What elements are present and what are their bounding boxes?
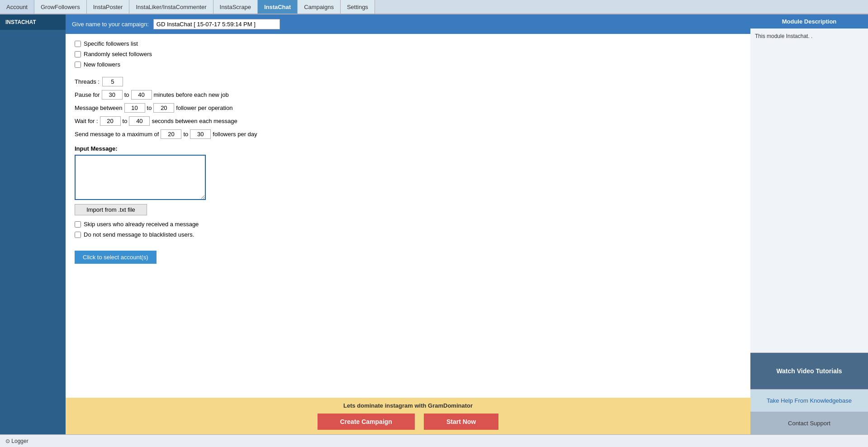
tab-campaigns[interactable]: Campaigns <box>298 0 341 14</box>
pause-to-text: to <box>124 91 129 98</box>
sidebar: INSTACHAT <box>0 14 66 434</box>
campaign-name-input[interactable] <box>153 19 280 29</box>
module-description-box: This module Instachat. . <box>750 29 868 353</box>
wait-for-row: Wait for : to seconds between each messa… <box>75 116 741 126</box>
pause-label: Pause for <box>75 91 100 98</box>
right-panel: Module Description This module Instachat… <box>750 14 868 434</box>
tab-instaliker[interactable]: InstaLiker/InstaCommenter <box>129 0 213 14</box>
checkbox-randomly-select-input[interactable] <box>75 51 81 57</box>
message-textarea[interactable] <box>75 155 206 200</box>
knowledgebase-button[interactable]: Take Help From Knowledgebase <box>750 389 868 412</box>
bottom-tagline: Lets dominate instagram with GramDominat… <box>343 402 473 409</box>
checkbox-blacklist-input[interactable] <box>75 232 81 238</box>
bottom-bar: Lets dominate instagram with GramDominat… <box>66 398 750 434</box>
checkbox-new-followers: New followers <box>75 61 741 68</box>
threads-row: Threads : <box>75 77 741 86</box>
checkbox-specific-followers-label: Specific followers list <box>84 40 138 47</box>
checkbox-specific-followers-input[interactable] <box>75 41 81 47</box>
watch-video-button[interactable]: Watch Video Tutorials <box>750 353 868 389</box>
threads-input[interactable] <box>102 77 123 86</box>
pause-to-input[interactable] <box>131 90 152 100</box>
tab-account[interactable]: Account <box>0 0 34 14</box>
message-suffix: follower per operation <box>176 105 232 111</box>
input-message-label: Input Message: <box>75 145 741 152</box>
wait-to-input[interactable] <box>129 116 150 126</box>
create-campaign-button[interactable]: Create Campaign <box>318 414 415 430</box>
send-suffix: followers per day <box>213 131 257 138</box>
wait-for-label: Wait for : <box>75 118 98 124</box>
checkbox-blacklist: Do not send message to blacklisted users… <box>75 231 741 238</box>
main-layout: INSTACHAT Give name to your campaign: Sp… <box>0 14 868 434</box>
checkbox-randomly-select: Randomly select followers <box>75 51 741 57</box>
pause-from-input[interactable] <box>102 90 123 100</box>
message-from-input[interactable] <box>124 103 145 113</box>
threads-label: Threads : <box>75 78 100 85</box>
wait-suffix: seconds between each message <box>152 118 237 124</box>
tab-instascrape[interactable]: InstaScrape <box>213 0 258 14</box>
checkbox-specific-followers: Specific followers list <box>75 40 741 47</box>
send-from-input[interactable] <box>161 129 181 139</box>
pause-row: Pause for to minutes before each new job <box>75 90 741 100</box>
send-to-input[interactable] <box>190 129 211 139</box>
form-area: Specific followers list Randomly select … <box>66 34 750 398</box>
tab-settings[interactable]: Settings <box>341 0 375 14</box>
checkbox-new-followers-input[interactable] <box>75 62 81 68</box>
top-nav: Account GrowFollowers InstaPoster InstaL… <box>0 0 868 14</box>
message-to-input[interactable] <box>153 103 174 113</box>
tab-growfollowers[interactable]: GrowFollowers <box>34 0 87 14</box>
message-to-text: to <box>147 105 152 111</box>
start-now-button[interactable]: Start Now <box>424 414 498 430</box>
logger-bar: ⊙ Logger <box>0 434 868 447</box>
wait-from-input[interactable] <box>100 116 121 126</box>
campaign-name-label: Give name to your campaign: <box>72 21 149 28</box>
import-file-button[interactable]: Import from .txt file <box>75 204 147 215</box>
tab-instachat[interactable]: InstaChat <box>258 0 298 14</box>
checkbox-blacklist-label: Do not send message to blacklisted users… <box>84 231 194 238</box>
contact-support-button[interactable]: Contact Support <box>750 412 868 434</box>
logger-label: Logger <box>11 438 28 444</box>
settings-section: Threads : Pause for to minutes before ea… <box>75 77 741 139</box>
sidebar-item-instachat[interactable]: INSTACHAT <box>0 14 66 30</box>
select-accounts-button[interactable]: Click to select account(s) <box>75 251 157 264</box>
module-description-title: Module Description <box>750 14 868 29</box>
content-area: Give name to your campaign: Specific fol… <box>66 14 750 434</box>
tab-instaposter[interactable]: InstaPoster <box>87 0 130 14</box>
send-to-text: to <box>183 131 188 138</box>
campaign-name-row: Give name to your campaign: <box>66 14 750 34</box>
checkbox-skip-users-input[interactable] <box>75 221 81 228</box>
checkbox-new-followers-label: New followers <box>84 61 120 68</box>
wait-to-text: to <box>123 118 128 124</box>
send-max-row: Send message to a maximum of to follower… <box>75 129 741 139</box>
message-between-label: Message between <box>75 105 123 111</box>
checkbox-skip-users-label: Skip users who already received a messag… <box>84 221 199 228</box>
send-max-label: Send message to a maximum of <box>75 131 159 138</box>
checkbox-skip-users: Skip users who already received a messag… <box>75 221 741 228</box>
checkbox-randomly-select-label: Randomly select followers <box>84 51 152 57</box>
logger-icon: ⊙ <box>5 438 10 444</box>
message-between-row: Message between to follower per operatio… <box>75 103 741 113</box>
bottom-buttons: Create Campaign Start Now <box>75 414 741 430</box>
pause-suffix: minutes before each new job <box>154 91 229 98</box>
